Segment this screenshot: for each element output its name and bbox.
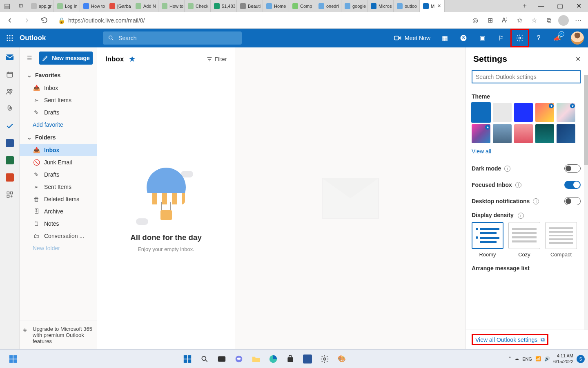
theme-swatch[interactable] (472, 103, 490, 122)
edge-icon[interactable] (266, 352, 281, 366)
upgrade-banner[interactable]: ◈ Upgrade to Microsoft 365 with premium … (20, 321, 97, 349)
teams-icon[interactable]: ▦ (435, 29, 454, 47)
paint-icon[interactable]: 🎨 (334, 352, 349, 366)
skype-icon[interactable]: S (454, 29, 473, 47)
file-explorer-icon[interactable] (249, 352, 263, 366)
read-aloud-icon[interactable]: A⁾ (498, 14, 511, 27)
rail-files-icon[interactable] (3, 102, 16, 115)
tab-actions-icon[interactable]: ▤ (0, 0, 14, 12)
star-icon[interactable]: ★ (129, 55, 135, 63)
view-all-settings-link[interactable]: View all Outlook settings ⧉ (475, 336, 545, 343)
outlook-apps-icon[interactable]: ▣ (473, 29, 492, 47)
nav-toggle-icon[interactable]: ☰ (24, 52, 35, 64)
density-option[interactable]: Compact (545, 222, 577, 258)
folder-item[interactable]: ➢Sent Items (20, 181, 97, 193)
add-favorite-icon[interactable]: ✩ (513, 14, 526, 27)
new-folder-link[interactable]: New folder (20, 242, 97, 254)
browser-tab[interactable]: Beauti (237, 0, 263, 12)
focused-inbox-toggle[interactable] (564, 181, 581, 189)
folder-item[interactable]: 🗑Deleted Items (20, 193, 97, 205)
folder-item[interactable]: 📥Inbox (20, 82, 97, 94)
whats-new-icon[interactable]: 📣 8 (548, 29, 567, 47)
theme-swatch[interactable]: ★ (557, 103, 575, 122)
browser-tab[interactable]: app.gr (28, 0, 54, 12)
back-button[interactable] (3, 14, 16, 27)
widgets-icon[interactable] (6, 352, 20, 366)
browser-tab[interactable]: onedri (315, 0, 341, 12)
meet-now-button[interactable]: Meet Now (389, 29, 435, 47)
brand-label[interactable]: Outlook (20, 34, 46, 42)
browser-tab[interactable]: Micros (368, 0, 394, 12)
browser-tab[interactable]: M✕ (420, 0, 445, 12)
folder-item[interactable]: 🗄Archive (20, 205, 97, 218)
folder-item[interactable]: 🗒Notes (20, 218, 97, 230)
folders-section[interactable]: ⌄ Folders (20, 131, 97, 144)
settings-icon[interactable] (510, 29, 529, 47)
browser-menu-icon[interactable]: ⋯ (572, 14, 585, 27)
favorites-section[interactable]: ⌄ Favorites (20, 69, 97, 82)
store-icon[interactable] (283, 352, 298, 366)
browser-tab[interactable]: Comp (289, 0, 315, 12)
folder-item[interactable]: 🚫Junk Email (20, 156, 97, 168)
extensions-icon[interactable]: ⊞ (483, 14, 497, 27)
browser-tab[interactable]: outloo (394, 0, 420, 12)
tracking-icon[interactable]: ◎ (469, 14, 482, 27)
folder-item[interactable]: 🗂Conversation ... (20, 230, 97, 242)
folder-item[interactable]: ➢Sent Items (20, 94, 97, 106)
word-taskbar-icon[interactable] (300, 352, 315, 366)
wifi-icon[interactable]: 📶 (535, 356, 541, 361)
settings-scrollbar[interactable] (584, 75, 588, 337)
theme-swatch[interactable] (535, 124, 554, 143)
tips-icon[interactable]: ⚐ (492, 29, 510, 47)
theme-swatch[interactable] (557, 124, 575, 143)
new-tab-button[interactable]: ＋ (518, 0, 532, 12)
browser-tab[interactable]: [Garba (106, 0, 132, 12)
rail-mail-icon[interactable] (3, 51, 16, 64)
close-settings-icon[interactable]: ✕ (575, 55, 581, 63)
theme-swatch[interactable]: ★ (472, 124, 490, 143)
view-all-themes-link[interactable]: View all (472, 148, 491, 155)
collections-icon[interactable]: ⧉ (542, 14, 555, 27)
close-window-button[interactable]: ✕ (569, 0, 588, 12)
theme-swatch[interactable] (493, 103, 512, 122)
density-option[interactable]: Roomy (472, 222, 503, 258)
dark-mode-toggle[interactable] (564, 164, 581, 173)
settings-taskbar-icon[interactable] (317, 352, 332, 366)
info-icon[interactable]: i (504, 166, 510, 172)
refresh-button[interactable] (38, 14, 51, 27)
help-icon[interactable]: ? (529, 29, 548, 47)
rail-todo-icon[interactable] (3, 119, 16, 132)
theme-swatch[interactable]: ★ (535, 103, 554, 122)
clock[interactable]: 4:11 AM 6/15/2022 (553, 353, 573, 364)
browser-tab[interactable]: Log In (54, 0, 80, 12)
profile-avatar[interactable] (557, 14, 570, 27)
theme-swatch[interactable] (514, 103, 533, 122)
address-field[interactable]: 🔒 https://outlook.live.com/mail/0/ (55, 17, 465, 24)
settings-search-input[interactable] (472, 70, 581, 83)
filter-button[interactable]: Filter (207, 56, 227, 62)
rail-more-apps-icon[interactable] (3, 188, 16, 201)
start-icon[interactable] (180, 352, 195, 366)
language-indicator[interactable]: ENG (522, 357, 532, 361)
app-launcher-icon[interactable] (0, 29, 20, 47)
browser-tab[interactable]: How to (80, 0, 106, 12)
browser-tab[interactable]: How to (158, 0, 185, 12)
onedrive-tray-icon[interactable]: ☁ (514, 356, 519, 361)
volume-icon[interactable]: 🔊 (544, 356, 550, 361)
folder-item[interactable]: ✎Drafts (20, 106, 97, 119)
browser-tab[interactable]: google (341, 0, 368, 12)
browser-tab[interactable]: Check (185, 0, 211, 12)
chat-icon[interactable] (232, 352, 246, 366)
density-option[interactable]: Cozy (508, 222, 540, 258)
browser-tab[interactable]: Home (263, 0, 289, 12)
theme-swatch[interactable] (514, 124, 533, 143)
rail-people-icon[interactable] (3, 85, 16, 98)
desktop-notifications-toggle[interactable] (564, 197, 581, 205)
tab-group-icon[interactable]: ⧉ (14, 0, 28, 12)
favorites-icon[interactable]: ☆ (528, 14, 541, 27)
browser-tab[interactable]: Add N (132, 0, 158, 12)
new-message-button[interactable]: New message (39, 52, 93, 65)
close-tab-icon[interactable]: ✕ (437, 3, 441, 9)
theme-swatch[interactable] (493, 124, 512, 143)
browser-tab[interactable]: 51,483 (211, 0, 237, 12)
